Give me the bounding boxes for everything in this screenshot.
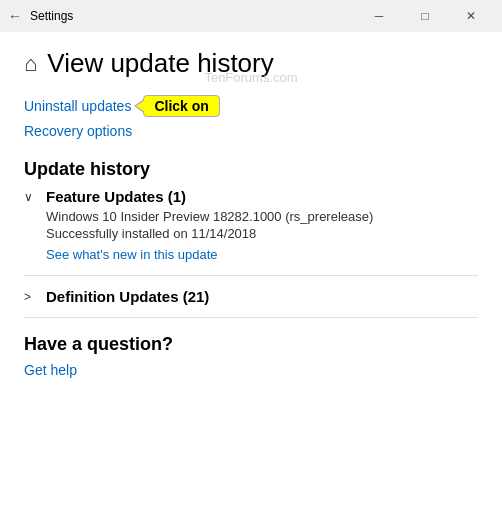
divider <box>24 275 478 276</box>
page-title: View update history <box>47 48 273 79</box>
click-on-badge: Click on <box>143 95 219 117</box>
definition-updates-label: Definition Updates (21) <box>46 288 209 305</box>
maximize-button[interactable]: □ <box>402 0 448 32</box>
minimize-button[interactable]: ─ <box>356 0 402 32</box>
definition-updates-group: > Definition Updates (21) <box>24 288 478 305</box>
title-bar-controls: ─ □ ✕ <box>356 0 494 32</box>
uninstall-updates-row: Uninstall updates Click on <box>24 95 478 117</box>
definition-updates-chevron: > <box>24 290 40 304</box>
definition-updates-header[interactable]: > Definition Updates (21) <box>24 288 478 305</box>
window: ← Settings ─ □ ✕ TenForums.com ⌂ View up… <box>0 0 502 505</box>
content-area: TenForums.com ⌂ View update history Unin… <box>0 32 502 505</box>
update-history-title: Update history <box>24 159 478 180</box>
title-bar: ← Settings ─ □ ✕ <box>0 0 502 32</box>
see-whats-new-link[interactable]: See what's new in this update <box>46 247 218 262</box>
title-bar-left: ← Settings <box>8 8 356 24</box>
update-status: Successfully installed on 11/14/2018 <box>46 226 478 241</box>
divider2 <box>24 317 478 318</box>
back-button[interactable]: ← <box>8 8 22 24</box>
feature-updates-content: Windows 10 Insider Preview 18282.1000 (r… <box>46 209 478 263</box>
close-button[interactable]: ✕ <box>448 0 494 32</box>
have-question-title: Have a question? <box>24 334 478 355</box>
recovery-options-link[interactable]: Recovery options <box>24 123 132 139</box>
feature-updates-chevron: ∨ <box>24 190 40 204</box>
get-help-link[interactable]: Get help <box>24 362 77 378</box>
feature-updates-label: Feature Updates (1) <box>46 188 186 205</box>
title-bar-title: Settings <box>30 9 73 23</box>
page-header: ⌂ View update history <box>24 48 478 79</box>
recovery-options-row: Recovery options <box>24 123 478 139</box>
feature-updates-header[interactable]: ∨ Feature Updates (1) <box>24 188 478 205</box>
update-name: Windows 10 Insider Preview 18282.1000 (r… <box>46 209 478 224</box>
uninstall-updates-link[interactable]: Uninstall updates <box>24 98 131 114</box>
home-icon: ⌂ <box>24 51 37 77</box>
feature-updates-group: ∨ Feature Updates (1) Windows 10 Insider… <box>24 188 478 263</box>
